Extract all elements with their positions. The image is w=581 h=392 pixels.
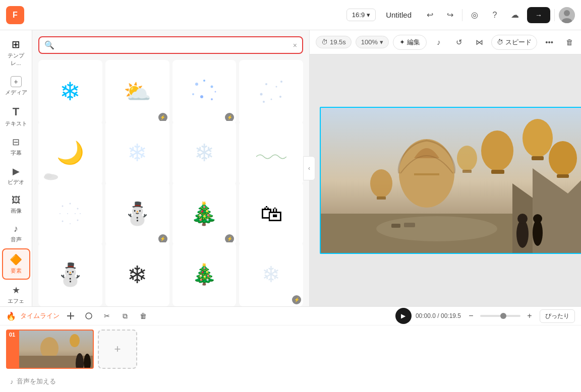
- svg-point-4: [203, 80, 205, 82]
- split-tool-button[interactable]: [82, 309, 96, 323]
- sidebar-item-text[interactable]: T テキスト: [2, 101, 30, 132]
- ratio-button[interactable]: 16:9 ▾: [346, 9, 376, 21]
- add-clip-tool-button[interactable]: [64, 309, 78, 323]
- text-icon: T: [13, 105, 19, 118]
- logo-button[interactable]: F: [6, 6, 24, 24]
- sticker-item[interactable]: 🎄: [172, 242, 237, 306]
- add-clip-button[interactable]: +: [98, 330, 137, 369]
- sticker-item[interactable]: 🎄 ⚡: [172, 182, 237, 246]
- more-button[interactable]: •••: [541, 34, 557, 50]
- sidebar-item-effect[interactable]: ★ エフェク...: [2, 281, 30, 306]
- cloud-button[interactable]: ☁: [507, 7, 523, 23]
- sticker-item[interactable]: ⚡: [172, 60, 237, 124]
- split-button[interactable]: ⋈: [471, 34, 487, 50]
- video-clip[interactable]: [18, 330, 94, 369]
- help-button[interactable]: ?: [487, 7, 503, 23]
- sticker-item[interactable]: ⛄ ⚡: [105, 182, 169, 246]
- editor-toolbar: ⏱ 19.5s 100% ▾ ✦ 編集 ♪ ↺ ⋈ ⏱ スピード ••• 🗑: [310, 30, 581, 54]
- sticker-item[interactable]: ❄: [105, 121, 169, 185]
- edit-label: 編集: [407, 38, 420, 47]
- rotate-button[interactable]: ↺: [451, 34, 467, 50]
- sticker-item[interactable]: [239, 121, 303, 185]
- left-sidebar: ⊞ テンプレ... + メディア T テキスト ⊟ 字幕 ▶ ビデオ 🖼 画像 …: [0, 30, 32, 306]
- user-avatar[interactable]: [559, 7, 575, 23]
- edit-icon: ✦: [399, 38, 405, 46]
- effect-icon: ★: [12, 285, 20, 296]
- sticker-item[interactable]: ❄: [172, 121, 237, 185]
- clip-thumbnail: [19, 331, 94, 369]
- audio-icon: ♪: [14, 224, 18, 234]
- sticker-item[interactable]: ⛄: [38, 242, 102, 306]
- plus-icon: +: [114, 343, 121, 356]
- undo-button[interactable]: ↩: [422, 7, 438, 23]
- redo-button[interactable]: ↪: [442, 7, 458, 23]
- svg-point-24: [75, 213, 76, 214]
- search-icon: 🔍: [44, 40, 54, 50]
- panel-collapse-button[interactable]: ‹: [303, 156, 315, 180]
- speed-button[interactable]: ⏱ スピード: [491, 35, 537, 50]
- svg-point-43: [516, 220, 529, 248]
- sidebar-item-audio[interactable]: ♪ 音声: [2, 220, 30, 247]
- sticker-item[interactable]: ⛅ ⚡: [105, 60, 169, 124]
- fit-button[interactable]: ぴったり: [540, 309, 575, 323]
- sticker-item[interactable]: ❄: [38, 60, 102, 124]
- svg-point-7: [200, 95, 203, 98]
- sticker-icon: ❄: [194, 139, 214, 167]
- svg-point-20: [70, 203, 71, 204]
- export-button[interactable]: →: [527, 7, 550, 23]
- template-icon: ⊞: [12, 38, 20, 50]
- sticker-panel: 🔍 雪 × ❄ ⛅ ⚡: [32, 30, 310, 306]
- svg-point-23: [67, 213, 68, 214]
- svg-point-5: [210, 86, 213, 88]
- sidebar-item-video[interactable]: ▶ ビデオ: [2, 162, 30, 190]
- clear-button[interactable]: ×: [293, 41, 297, 49]
- sidebar-item-element[interactable]: 🔶 要素: [2, 248, 30, 280]
- speed-label: スピード: [505, 38, 532, 47]
- sticker-item[interactable]: 🛍: [239, 182, 303, 246]
- divider2: [554, 9, 555, 21]
- sticker-item[interactable]: ❄: [105, 242, 169, 306]
- chevron-left-icon: ‹: [308, 165, 310, 172]
- svg-point-59: [70, 334, 80, 347]
- zoom-controls: − +: [465, 310, 536, 322]
- subtitle-icon: ⊟: [12, 137, 20, 148]
- zoom-slider[interactable]: [480, 315, 520, 317]
- sticker-icon: ⛄: [56, 262, 84, 288]
- sidebar-item-subtitle[interactable]: ⊟ 字幕: [2, 133, 30, 161]
- add-audio-button[interactable]: ♪ 音声を加える: [6, 375, 575, 388]
- sticker-icon: ❄: [60, 77, 81, 106]
- sticker-item[interactable]: [239, 60, 303, 124]
- image-icon: 🖼: [12, 195, 21, 206]
- svg-point-32: [376, 216, 497, 241]
- media-icon: +: [11, 76, 22, 87]
- delete-tool-button[interactable]: 🗑: [136, 309, 150, 323]
- svg-rect-47: [391, 224, 400, 228]
- sidebar-item-label: 字幕: [11, 149, 22, 157]
- sidebar-item-media[interactable]: + メディア: [2, 72, 30, 100]
- sticker-item[interactable]: [38, 182, 102, 246]
- zoom-out-button[interactable]: −: [465, 310, 477, 322]
- play-button[interactable]: ▶: [395, 308, 412, 324]
- zoom-in-button[interactable]: +: [524, 310, 536, 322]
- copy-tool-button[interactable]: ⧉: [118, 309, 132, 323]
- time-display: 00:00.0 / 00:19.5: [416, 312, 461, 319]
- scissors-tool-button[interactable]: ✂: [100, 309, 114, 323]
- sticker-item[interactable]: 🌙: [38, 121, 102, 185]
- svg-rect-38: [532, 156, 544, 160]
- add-icon: [66, 311, 75, 320]
- svg-point-25: [62, 220, 64, 222]
- sidebar-item-image[interactable]: 🖼 画像: [2, 191, 30, 219]
- play-area: ▶ 00:00.0 / 00:19.5: [395, 308, 461, 324]
- split-icon: [84, 311, 93, 320]
- sidebar-item-template[interactable]: ⊞ テンプレ...: [2, 34, 30, 71]
- zoom-badge[interactable]: 100% ▾: [356, 36, 389, 48]
- search-input[interactable]: 雪: [59, 41, 289, 49]
- delete-button[interactable]: 🗑: [561, 34, 577, 50]
- edit-button[interactable]: ✦ 編集: [393, 35, 427, 50]
- sticker-grid: ❄ ⛅ ⚡ ⚡: [32, 60, 309, 306]
- audio-tool-button[interactable]: ♪: [431, 34, 447, 50]
- sticker-item[interactable]: ❄ ⚡: [239, 242, 303, 306]
- svg-point-46: [533, 214, 542, 223]
- svg-point-1: [564, 10, 570, 16]
- face-detect-button[interactable]: ◎: [467, 7, 483, 23]
